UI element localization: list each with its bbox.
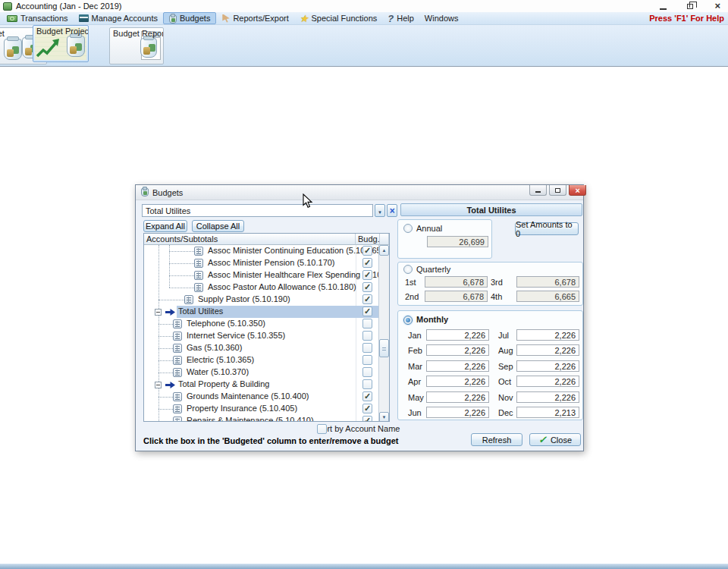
- menu-windows[interactable]: Windows: [419, 12, 464, 25]
- month-field-sep[interactable]: 2,226: [516, 360, 579, 372]
- money-icon: [7, 15, 17, 22]
- scrollbar[interactable]: [378, 245, 389, 422]
- annual-radio[interactable]: [403, 224, 413, 233]
- tree-connector: [169, 251, 194, 252]
- quarter-label: 1st: [405, 278, 416, 287]
- tree-row[interactable]: Grounds Maintenance (5.10.400): [144, 391, 380, 403]
- menu-budgets[interactable]: Budgets: [163, 12, 216, 24]
- refresh-button[interactable]: Refresh: [471, 433, 522, 446]
- set-amounts-to-zero-button[interactable]: Set Amounts to 0: [515, 222, 579, 235]
- budget-checkbox[interactable]: [362, 307, 372, 316]
- collapse-toggle-icon[interactable]: [155, 309, 162, 316]
- close-dialog-button[interactable]: Close: [529, 433, 581, 446]
- tree-row[interactable]: Internet Service (5.10.355): [144, 330, 380, 342]
- budget-checkbox[interactable]: [362, 319, 372, 329]
- month-field-jun[interactable]: 2,226: [426, 407, 489, 418]
- tree-row[interactable]: Repairs & Maintenance (5.10.410): [144, 415, 380, 422]
- budget-checkbox[interactable]: [362, 367, 372, 377]
- jar-icon: [141, 188, 149, 196]
- tree-row[interactable]: Gas (5.10.360): [144, 342, 380, 354]
- budget-checkbox[interactable]: [362, 282, 372, 292]
- toolbar-budget-projection-button[interactable]: Budget Projection: [33, 25, 89, 62]
- selector-clear-button[interactable]: [387, 204, 397, 217]
- minimize-icon: [660, 8, 667, 10]
- budget-checkbox[interactable]: [362, 379, 372, 389]
- account-selector[interactable]: Total Utilites: [142, 204, 373, 217]
- scroll-up-button[interactable]: [379, 245, 389, 256]
- month-label: Apr: [408, 377, 421, 386]
- month-field-feb[interactable]: 2,226: [426, 344, 489, 356]
- tree-row[interactable]: Assoc Pastor Auto Allowance (5.10.180): [144, 281, 380, 294]
- tree-row[interactable]: Total Property & Building: [144, 379, 380, 391]
- month-field-apr[interactable]: 2,226: [426, 376, 489, 387]
- quarterly-radio[interactable]: [403, 265, 413, 274]
- budget-checkbox[interactable]: [362, 355, 372, 365]
- window-minimize-button[interactable]: [657, 1, 669, 11]
- toolbar: Budget Budget Projection Budget Report: [0, 25, 728, 67]
- budget-checkbox[interactable]: [362, 294, 372, 304]
- scrollbar-thumb[interactable]: [379, 339, 389, 357]
- dialog-titlebar[interactable]: Budgets: [136, 185, 583, 200]
- column-header-budgeted[interactable]: Budg...: [356, 234, 380, 245]
- window-close-button[interactable]: ×: [711, 1, 723, 11]
- quarterly-group: Quarterly 1st6,6782nd6,6783rd6,6784th6,6…: [397, 262, 583, 306]
- budget-checkbox[interactable]: [362, 331, 372, 341]
- monthly-radio[interactable]: [403, 316, 413, 325]
- month-field-aug[interactable]: 2,226: [516, 344, 579, 356]
- month-field-oct[interactable]: 2,226: [516, 376, 579, 387]
- month-field-may[interactable]: 2,226: [426, 391, 489, 403]
- month-label: Jan: [408, 331, 422, 340]
- subtotal-arrow-icon: [165, 309, 175, 316]
- month-label: Mar: [408, 362, 422, 371]
- month-label: May: [408, 393, 424, 402]
- month-field-nov[interactable]: 2,226: [516, 391, 579, 403]
- menu-help[interactable]: Help: [382, 12, 419, 25]
- tree-row[interactable]: Electric (5.10.365): [144, 354, 380, 366]
- menu-manage-accounts[interactable]: Manage Accounts: [74, 12, 163, 25]
- menu-transactions[interactable]: Transactions: [2, 12, 74, 25]
- column-header-accounts[interactable]: Accounts/Subtotals: [144, 234, 356, 245]
- tree-connector: [169, 275, 194, 276]
- sort-checkbox[interactable]: [317, 424, 327, 434]
- toolbar-budget-report-button[interactable]: Budget Report: [109, 27, 164, 64]
- collapse-toggle-icon[interactable]: [155, 382, 162, 388]
- tree-row[interactable]: Water (5.10.370): [144, 366, 380, 379]
- budget-checkbox[interactable]: [362, 404, 372, 413]
- dialog-minimize-button[interactable]: [529, 185, 547, 196]
- app-icon: [3, 2, 12, 11]
- tree-row[interactable]: Property Insurance (5.10.405): [144, 403, 380, 415]
- month-field-dec[interactable]: 2,213: [516, 407, 579, 418]
- tree-row[interactable]: Assoc Minister Healthcare Flex Spending …: [144, 269, 380, 281]
- window-restore-button[interactable]: [684, 1, 696, 11]
- month-field-jan[interactable]: 2,226: [426, 329, 489, 341]
- tree-connector: [158, 336, 173, 337]
- budget-checkbox[interactable]: [362, 391, 372, 401]
- tree-row[interactable]: Assoc Minister Continuing Education (5.1…: [144, 245, 380, 257]
- budget-checkbox[interactable]: [362, 258, 372, 268]
- tree-row[interactable]: Assoc Minister Pension (5.10.170): [144, 257, 380, 269]
- close-icon: ×: [575, 187, 579, 194]
- dialog-close-button[interactable]: ×: [569, 185, 586, 196]
- collapse-all-button[interactable]: Collapse All: [192, 220, 244, 232]
- month-field-jul[interactable]: 2,226: [516, 329, 579, 341]
- budget-checkbox[interactable]: [362, 416, 372, 422]
- dialog-maximize-button[interactable]: [549, 185, 566, 196]
- month-field-mar[interactable]: 2,226: [426, 360, 489, 372]
- tree-row[interactable]: Supply Pastor (5.10.190): [144, 294, 380, 306]
- sort-by-name-option[interactable]: Sort by Account Name: [317, 424, 400, 433]
- menu-reports-export[interactable]: Reports/Export: [216, 12, 293, 25]
- expand-all-button[interactable]: Expand All: [143, 220, 187, 232]
- close-button-label: Close: [551, 435, 572, 445]
- menu-label: Transactions: [20, 14, 68, 23]
- budget-checkbox[interactable]: [362, 246, 372, 256]
- toolbar-button-label: Budget Report: [113, 30, 148, 38]
- account-label: Total Property & Building: [178, 380, 213, 388]
- scroll-down-button[interactable]: [379, 412, 389, 422]
- menu-special-functions[interactable]: Special Functions: [294, 12, 382, 25]
- tree-row[interactable]: Total Utilites: [144, 306, 380, 318]
- tree-row[interactable]: Telephone (5.10.350): [144, 318, 380, 330]
- budget-checkbox[interactable]: [362, 270, 372, 280]
- selector-dropdown-button[interactable]: [375, 204, 385, 217]
- budget-checkbox[interactable]: [362, 343, 372, 353]
- month-label: Jun: [408, 408, 422, 417]
